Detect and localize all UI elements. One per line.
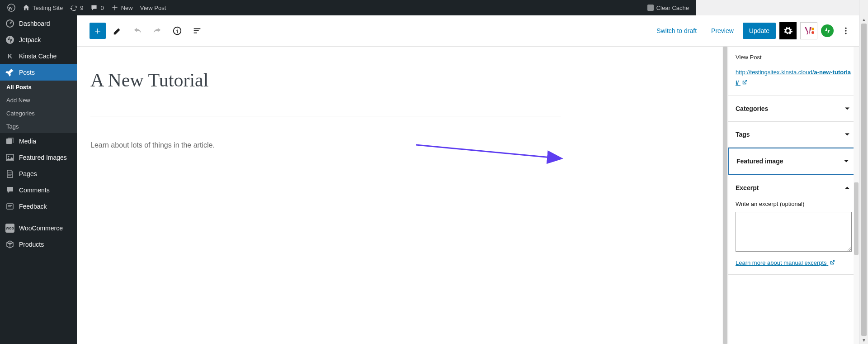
editor-toolbar: ＋ Switch to draft Preview Update [77,15,859,47]
add-block-button[interactable]: ＋ [90,23,106,39]
update-button[interactable]: Update [743,23,776,39]
sidebar-label: Products [19,241,44,248]
chevron-down-icon [842,157,851,166]
info-icon [172,26,182,36]
editor-canvas[interactable]: A New Tutorial Learn about lots of thing… [77,47,728,344]
sidebar-item-woocommerce[interactable]: woo WooCommerce [0,220,77,236]
sidebar-item-dashboard[interactable]: Dashboard [0,15,77,32]
comments-icon [5,186,14,195]
updates-link[interactable]: 9 [66,0,87,15]
sidebar-item-products[interactable]: Products [0,236,77,253]
sidebar-item-kinsta[interactable]: K Kinsta Cache [0,48,77,64]
comment-icon [90,4,98,11]
scroll-up-arrow[interactable]: ▲ [861,16,867,23]
comments-link[interactable]: 0 [87,0,107,15]
redo-button[interactable] [149,23,165,39]
svg-point-12 [845,33,846,34]
sidebar-item-comments[interactable]: Comments [0,182,77,198]
post-body-block[interactable]: Learn about lots of things in the articl… [90,141,561,149]
clear-cache-label: Clear Cache [656,5,689,11]
scroll-down-arrow[interactable]: ▼ [861,337,867,343]
panel-excerpt-body: Write an excerpt (optional) Learn more a… [728,201,859,274]
clear-cache-link[interactable]: Clear Cache [644,0,693,15]
sidebar-submenu-posts: All Posts Add New Categories Tags [0,81,77,133]
excerpt-textarea[interactable] [736,212,852,252]
kebab-icon [841,26,850,35]
refresh-icon [70,4,77,11]
sidebar-item-media[interactable]: Media [0,133,77,149]
sidebar-subitem-categories[interactable]: Categories [0,107,77,120]
pencil-icon [113,26,123,36]
sidebar-subitem-addnew[interactable]: Add New [0,94,77,107]
tools-toggle-button[interactable] [109,23,126,39]
panel-excerpt[interactable]: Excerpt [728,175,859,201]
sidebar-label: Media [19,138,36,145]
svg-point-9 [811,31,814,34]
more-options-button[interactable] [837,22,854,39]
sidebar-item-jetpack[interactable]: Jetpack [0,32,77,48]
sidebar-label: Dashboard [19,20,50,27]
post-title-field[interactable]: A New Tutorial [90,69,561,100]
chevron-down-icon [843,130,852,139]
switch-to-draft-button[interactable]: Switch to draft [651,24,702,38]
settings-sidebar: View Post http://testingsitex.kinsta.clo… [728,47,859,344]
admin-bar: Testing Site 9 0 New View Post Clear Cac… [0,0,696,15]
svg-rect-6 [7,204,13,209]
products-icon [5,240,14,249]
panel-categories[interactable]: Categories [728,96,859,121]
permalink-link[interactable]: http://testingsitex.kinsta.cloud/a-new-t… [736,69,851,86]
new-label: New [121,5,133,11]
view-post-link[interactable]: View Post [137,0,170,15]
panel-featured-image[interactable]: Featured image [728,148,859,175]
settings-scrollbar[interactable] [854,47,859,344]
sidebar-subitem-tags[interactable]: Tags [0,120,77,133]
svg-point-8 [811,28,814,30]
sidebar-label: Pages [19,170,37,177]
chevron-down-icon [843,104,852,113]
jetpack-button[interactable] [821,24,834,37]
view-post-heading: View Post [736,54,852,61]
yoast-button[interactable] [800,22,817,39]
sidebar-label: Kinsta Cache [19,53,57,60]
canvas-scrollbar[interactable] [722,47,728,344]
preview-button[interactable]: Preview [706,24,739,38]
feedback-icon [5,202,14,211]
updates-count: 9 [80,5,83,11]
sidebar-label: Comments [19,186,50,194]
jetpack-icon [5,35,14,44]
sidebar-item-posts[interactable]: Posts [0,64,77,81]
panel-label: Featured image [736,158,783,165]
jetpack-bolt-icon [823,27,831,35]
svg-point-5 [8,156,9,158]
view-post-label: View Post [140,5,166,11]
sidebar-label: Feedback [19,203,47,210]
excerpt-learn-more-link[interactable]: Learn more about manual excerpts [736,259,835,266]
external-link-icon [741,79,748,86]
sidebar-label: Jetpack [19,36,41,43]
excerpt-field-label: Write an excerpt (optional) [736,201,852,207]
settings-toggle-button[interactable] [779,22,797,39]
sidebar-subitem-allposts[interactable]: All Posts [0,81,77,94]
svg-point-11 [845,30,846,31]
panel-tags[interactable]: Tags [728,122,859,147]
new-content-link[interactable]: New [108,0,137,15]
site-name-link[interactable]: Testing Site [19,0,66,15]
details-button[interactable] [169,23,185,39]
redo-icon [152,26,162,36]
permalink-prefix: http://testingsitex.kinsta.cloud/ [736,69,814,76]
external-link-icon [829,259,835,266]
outline-button[interactable] [189,23,205,39]
wp-logo[interactable] [4,0,19,15]
undo-button[interactable] [129,23,146,39]
home-icon [23,4,30,11]
sidebar-item-pages[interactable]: Pages [0,166,77,182]
gear-icon [783,26,793,36]
sidebar-label: Posts [19,69,35,76]
sidebar-item-feedback[interactable]: Feedback [0,198,77,215]
sidebar-item-featured-images[interactable]: Featured Images [0,149,77,166]
page-scrollbar[interactable]: ▲ ▼ [859,0,868,344]
svg-point-2 [6,36,14,44]
list-view-icon [192,26,202,36]
media-icon [5,137,14,146]
svg-point-0 [8,4,15,11]
